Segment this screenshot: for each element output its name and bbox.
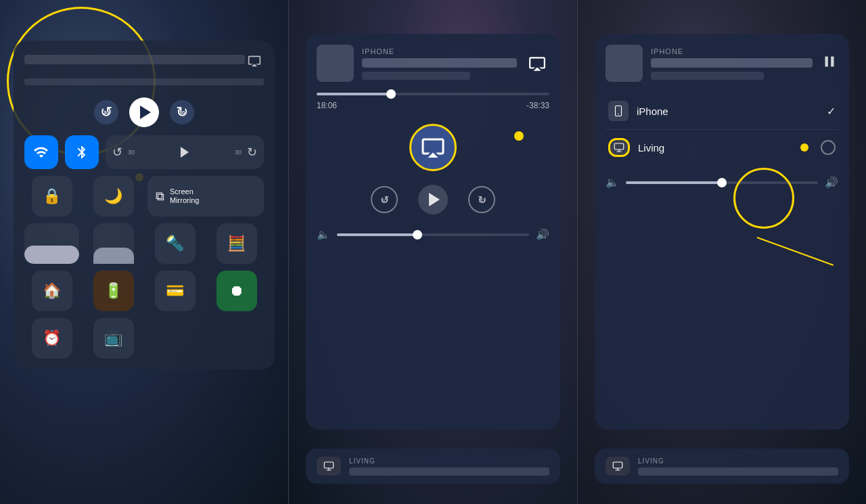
skip-back-btn[interactable]: ↺ 30 xyxy=(94,100,118,124)
brightness-slider[interactable] xyxy=(24,223,79,264)
living-label-p3: LIVING xyxy=(638,457,838,465)
airplay-large-btn[interactable] xyxy=(409,124,457,171)
volume-handle[interactable] xyxy=(413,230,422,239)
camera-btn[interactable]: ⏺ xyxy=(216,271,257,311)
atv-content-blur-p3 xyxy=(638,467,838,476)
flashlight-btn[interactable]: 🔦 xyxy=(155,223,196,264)
panel2-media-player: iPhone 18:06 -38:33 xyxy=(289,0,577,504)
mini-skip-back: ↺ 30 xyxy=(112,145,135,160)
screen-mirror-btn[interactable]: ⧉ ScreenMirroring xyxy=(147,176,264,216)
atv-logo-p3 xyxy=(606,457,630,476)
device-list: iPhone ✓ Living xyxy=(606,93,838,165)
svg-rect-0 xyxy=(324,462,334,468)
volume-handle-p3[interactable] xyxy=(717,178,727,187)
track-info-p3: iPhone xyxy=(651,47,813,80)
device-iphone[interactable]: iPhone ✓ xyxy=(606,93,838,130)
toggles-row: ↺ 30 30 ↻ xyxy=(24,135,264,169)
volume-track-p3[interactable] xyxy=(626,181,818,184)
svg-rect-4 xyxy=(613,462,622,468)
svg-point-2 xyxy=(618,114,619,115)
track-title-blur-p3 xyxy=(651,58,813,68)
atv-info-p2: LIVING xyxy=(349,457,549,476)
media-header-p3: iPhone xyxy=(606,45,838,82)
media-blur-line xyxy=(24,78,264,85)
progress-handle[interactable] xyxy=(386,89,396,99)
do-not-disturb-btn[interactable]: 🌙 xyxy=(93,176,134,216)
volume-slider[interactable] xyxy=(93,223,134,264)
camera-icon: ⏺ xyxy=(229,282,244,300)
panel3-airplay-picker: iPhone iPhone xyxy=(578,0,866,504)
media-info-row xyxy=(24,51,264,70)
divider-1 xyxy=(288,0,289,504)
current-time: 18:06 xyxy=(317,101,337,110)
control-center-widget: ↺ 30 ↻ 30 xyxy=(14,41,275,369)
calculator-btn[interactable]: 🧮 xyxy=(216,223,257,264)
rotation-lock-icon: 🔒 xyxy=(43,187,61,205)
home-btn[interactable]: 🏠 xyxy=(32,271,72,311)
atv-content-blur xyxy=(349,467,549,476)
mini-media-player: ↺ 30 30 ↻ xyxy=(106,135,264,169)
time-display: 18:06 -38:33 xyxy=(317,101,549,110)
flashlight-icon: 🔦 xyxy=(166,235,184,252)
track-sub-blur xyxy=(362,72,470,80)
screen-mirror-label: ScreenMirroring xyxy=(170,187,199,205)
media-controls: ↺ 30 ↻ 30 xyxy=(24,92,264,135)
mini-skip-fwd: 30 ↻ xyxy=(235,145,257,160)
remote-btn[interactable]: 📺 xyxy=(93,318,134,359)
play-pause-header-btn[interactable] xyxy=(821,53,838,74)
living-device-name: Living xyxy=(638,142,792,154)
skip-back-30[interactable]: ↺ 30 xyxy=(371,186,398,213)
source-label: iPhone xyxy=(362,47,517,55)
source-label-p3: iPhone xyxy=(651,47,813,55)
play-icon-p2 xyxy=(429,193,440,206)
mini-play[interactable] xyxy=(181,147,189,158)
wallet-icon: 💳 xyxy=(166,282,184,300)
skip-fwd-btn[interactable]: ↻ 30 xyxy=(170,100,194,124)
volume-row-p3: 🔈 🔊 xyxy=(606,176,838,189)
play-icon xyxy=(140,106,151,119)
quick-actions-grid: 🔒 🌙 ⧉ ScreenMirroring 🔦 🧮 🏠 xyxy=(24,176,264,359)
skip-fwd-30[interactable]: ↻ 30 xyxy=(468,186,495,213)
play-pause-btn[interactable] xyxy=(418,185,448,214)
svg-rect-3 xyxy=(614,143,624,150)
calculator-icon: 🧮 xyxy=(227,235,246,252)
volume-track[interactable] xyxy=(337,233,529,236)
progress-track[interactable] xyxy=(317,93,549,95)
bluetooth-toggle[interactable] xyxy=(65,135,99,169)
battery-btn[interactable]: 🔋 xyxy=(93,271,134,311)
remote-icon: 📺 xyxy=(104,329,122,347)
battery-icon: 🔋 xyxy=(104,282,122,300)
clock-btn[interactable]: ⏰ xyxy=(32,318,72,359)
device-living[interactable]: Living xyxy=(606,130,838,165)
airplay-btn-panel2[interactable] xyxy=(525,51,549,76)
wallet-btn[interactable]: 💳 xyxy=(155,271,196,311)
selected-checkmark: ✓ xyxy=(827,105,836,118)
home-icon: 🏠 xyxy=(43,282,61,300)
wifi-toggle[interactable] xyxy=(24,135,58,169)
atv-info-p3: LIVING xyxy=(638,457,838,476)
appletv-bar-p2: LIVING xyxy=(306,449,560,484)
panel1-control-center: ↺ 30 ↻ 30 xyxy=(0,0,288,504)
vol-low-icon: 🔈 xyxy=(317,228,330,241)
remaining-time: -38:33 xyxy=(526,101,549,110)
album-art-p3 xyxy=(606,45,643,82)
device-select-circle[interactable] xyxy=(821,140,836,155)
screen-mirror-icon: ⧉ xyxy=(156,189,164,204)
iphone-device-icon xyxy=(608,101,629,121)
track-sub-blur-p3 xyxy=(651,72,764,80)
progress-section: 18:06 -38:33 xyxy=(317,93,549,110)
vol-high-icon-p3: 🔊 xyxy=(825,176,838,189)
appletv-bar-p3: LIVING xyxy=(595,449,849,484)
progress-fill xyxy=(317,93,391,95)
appletv-device-icon xyxy=(608,138,630,157)
annotation-dot-living xyxy=(800,143,808,152)
play-btn-cc[interactable] xyxy=(129,97,159,127)
media-header: iPhone xyxy=(317,45,549,82)
atv-logo-p2 xyxy=(317,457,341,476)
rotation-lock-btn[interactable]: 🔒 xyxy=(32,176,72,216)
track-info: iPhone xyxy=(362,47,517,80)
airplay-small-btn[interactable] xyxy=(245,51,264,70)
album-art xyxy=(317,45,354,82)
moon-icon: 🌙 xyxy=(104,187,122,205)
divider-2 xyxy=(577,0,578,504)
